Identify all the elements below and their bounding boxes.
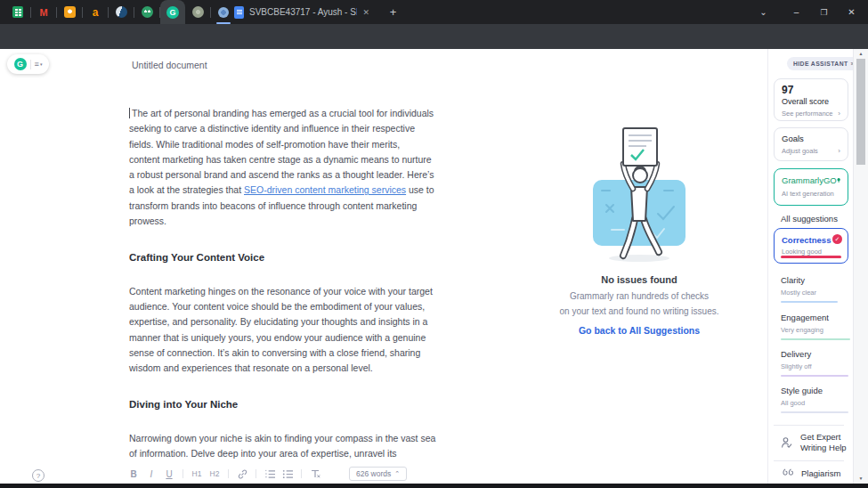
heading-niche: Diving into Your Niche <box>129 397 436 412</box>
formatting-toolbar: B I U H1 H2 <box>125 465 324 483</box>
clarity-underline <box>781 301 838 303</box>
window-minimize-button[interactable]: – <box>783 0 810 24</box>
text-caret <box>129 108 130 118</box>
caret-up-icon: ⌃ <box>394 470 400 477</box>
pinned-tab-orange-app[interactable] <box>57 0 82 24</box>
sidebar-separator <box>774 460 844 461</box>
pinned-tab-sage-circle[interactable] <box>185 0 210 24</box>
delivery-item[interactable]: Delivery Slightly off <box>781 349 850 377</box>
grammarly-icon: G <box>166 6 179 19</box>
paragraph-1[interactable]: The art of personal branding has emerged… <box>129 106 436 229</box>
document-body[interactable]: The art of personal branding has emerged… <box>129 106 436 461</box>
sage-circle-icon <box>192 6 204 18</box>
tab-search-button[interactable]: ⌄ <box>750 0 777 24</box>
score-label: Overall score <box>782 97 840 106</box>
suggestions-panel: No issues found Grammarly ran hundreds o… <box>534 125 744 336</box>
go-back-link[interactable]: Go back to All Suggestions <box>534 325 744 336</box>
all-suggestions-label[interactable]: All suggestions <box>781 214 838 224</box>
goals-label: Goals <box>782 134 840 143</box>
ordered-list-button[interactable] <box>261 467 279 481</box>
heading2-button[interactable]: H2 <box>206 467 223 481</box>
lightbulb-icon <box>837 175 840 186</box>
sidebar-separator <box>774 425 844 426</box>
scrollbar-thumb[interactable] <box>856 59 865 165</box>
pinned-tab-green-bot[interactable] <box>134 0 159 24</box>
no-issues-text: on your text and found no writing issues… <box>534 305 744 320</box>
bold-button[interactable]: B <box>125 467 142 481</box>
navy-circle-icon <box>116 6 127 18</box>
style-guide-item[interactable]: Style guide ✓ All good <box>781 386 850 413</box>
engagement-underline <box>781 338 850 340</box>
no-issues-text: Grammarly ran hundreds of checks <box>534 289 744 305</box>
score-value: 97 <box>782 85 840 96</box>
pinned-tab-sheets[interactable] <box>5 0 30 24</box>
document-title[interactable]: Untitled document <box>132 60 207 70</box>
grammarly-logo: G <box>14 58 27 70</box>
word-count-button[interactable]: 626 words ⌃ <box>349 467 407 481</box>
scroll-up-arrow[interactable]: ▲ <box>854 51 868 56</box>
plagiarism-item[interactable]: Plagiarism <box>781 468 840 478</box>
no-issues-title: No issues found <box>534 274 744 285</box>
no-issues-illustration <box>572 125 706 265</box>
correctness-card[interactable]: Correctness ✓ Looking good <box>774 228 848 264</box>
orange-app-icon <box>64 6 76 18</box>
page-scrollbar[interactable]: ▲ ▼ <box>853 49 868 484</box>
expert-help-item[interactable]: Get ExpertWriting Help <box>781 432 847 452</box>
chevron-right-icon: › <box>838 110 840 118</box>
overall-score-card[interactable]: 97 Overall score See performance› <box>774 78 848 121</box>
delivery-underline <box>781 375 848 377</box>
chevron-right-icon: › <box>838 147 840 155</box>
window-restore-button[interactable]: ❐ <box>810 0 838 24</box>
grammarlygo-label: GrammarlyGO <box>782 175 837 185</box>
browser-toolbar: ← → ⟳ app.grammarly.com /ddocs/212442239… <box>0 24 868 49</box>
help-button[interactable]: ? <box>32 469 45 482</box>
tab-google-doc[interactable]: SVBCBE43717 - Ayush - SEO-driv ✕ <box>229 0 375 24</box>
clarity-item[interactable]: Clarity Mostly clear <box>781 275 850 303</box>
hide-assistant-button[interactable]: HIDE ASSISTANT » <box>787 57 861 70</box>
pinned-tab-grammarly-active[interactable]: G <box>160 0 185 24</box>
goals-card[interactable]: Goals Adjust goals› <box>774 127 848 161</box>
heading1-button[interactable]: H1 <box>188 467 206 481</box>
browser-tab-strip: M a G SVBCBE43717 - Ayush - SEO-driv ✕ +… <box>0 0 868 24</box>
expert-person-icon <box>781 436 793 449</box>
seo-services-link[interactable]: SEO-driven content marketing services <box>244 184 406 195</box>
red-check-badge: ✓ <box>832 234 842 244</box>
quotes-icon <box>781 468 794 478</box>
amazon-a-icon: a <box>93 6 99 19</box>
paragraph-3[interactable]: Narrowing down your niche is akin to fin… <box>129 431 436 462</box>
style-guide-underline <box>781 411 848 413</box>
scroll-down-arrow[interactable]: ▼ <box>854 476 868 481</box>
new-tab-button[interactable]: + <box>385 4 402 20</box>
hamburger-menu-icon[interactable]: ≡ <box>35 60 38 69</box>
paragraph-2[interactable]: Content marketing hinges on the resonanc… <box>129 284 436 377</box>
italic-button[interactable]: I <box>142 467 160 481</box>
grammarlygo-card[interactable]: GrammarlyGO AI text generation <box>774 168 848 206</box>
google-docs-icon <box>234 6 244 19</box>
pinned-tabs: M a G <box>5 0 237 24</box>
heading-content-voice: Crafting Your Content Voice <box>129 250 436 265</box>
sheets-icon <box>12 6 23 18</box>
engagement-item[interactable]: Engagement Very engaging <box>781 313 850 340</box>
gmail-icon: M <box>39 7 47 18</box>
pinned-tab-gmail[interactable]: M <box>31 0 56 24</box>
insert-link-button[interactable] <box>233 467 251 481</box>
tab-title: SVBCBE43717 - Ayush - SEO-driv <box>249 7 357 17</box>
grammarlygo-sub: AI text generation <box>782 190 840 198</box>
pinned-tab-navy-circle[interactable] <box>109 0 134 24</box>
correctness-progress-bar <box>781 256 841 258</box>
clear-formatting-button[interactable] <box>306 467 324 481</box>
underline-button[interactable]: U <box>160 467 178 481</box>
taskbar-edge <box>0 484 868 488</box>
grammarly-menu-pill[interactable]: G ≡ ▾ <box>7 54 49 74</box>
window-close-button[interactable]: ✕ <box>838 0 865 24</box>
grammarly-page: G ≡ ▾ Untitled document The art of perso… <box>0 49 868 484</box>
blue-dot-icon <box>218 7 229 18</box>
pinned-tab-amazon[interactable]: a <box>83 0 108 24</box>
menu-caret-icon: ▾ <box>40 61 43 67</box>
bullet-list-button[interactable] <box>279 467 296 481</box>
tab-close-icon[interactable]: ✕ <box>362 8 369 17</box>
green-bot-icon <box>142 6 153 18</box>
sidebar-divider <box>767 49 768 484</box>
